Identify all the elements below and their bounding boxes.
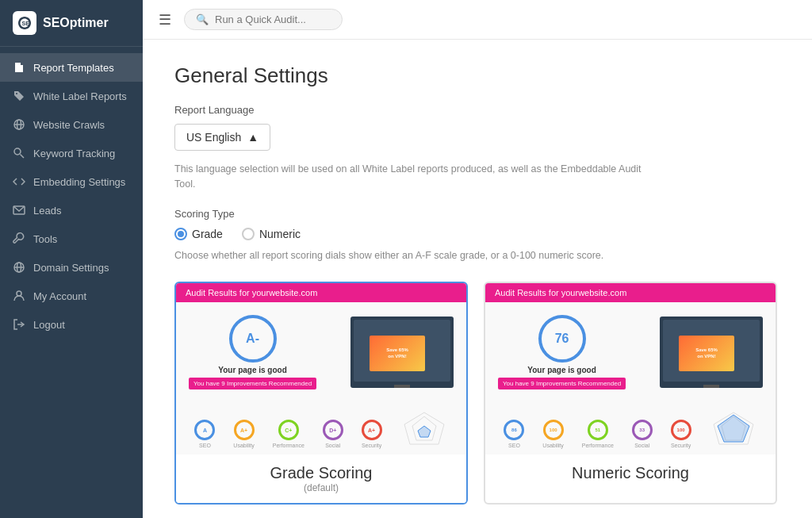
preview-row: Audit Results for yourwebsite.com A- You… [174,282,780,505]
grade-mock-screen-inner: Save 65%on VPN! [354,320,450,382]
numeric-usability-label: Usability [542,443,563,448]
numeric-sub-scores: 86 SEO 100 Usability 51 Performance 33 S… [485,402,776,455]
sidebar-label-tools: Tools [33,233,57,245]
search-icon: 🔍 [196,13,209,25]
svg-point-7 [14,148,21,155]
numeric-mock-stand [703,385,719,388]
search-kw-icon [13,147,25,159]
numeric-radio-option[interactable]: Numeric [242,228,301,240]
sidebar-item-keyword-tracking[interactable]: Keyword Tracking [0,139,143,167]
report-language-label: Report Language [174,104,780,116]
globe2-icon [13,261,25,274]
grade-mock-screen: Save 65%on VPN! [350,317,454,388]
grade-radio-circle [174,228,187,240]
sidebar-label-keyword-tracking: Keyword Tracking [33,148,115,159]
sidebar-item-white-label[interactable]: White Label Reports [0,82,143,110]
search-bar[interactable]: 🔍 [184,9,343,30]
numeric-seo-score: 86 SEO [504,420,524,448]
svg-rect-3 [17,70,20,71]
mail-icon [13,204,25,217]
file-icon [13,61,25,74]
grade-improvement-badge: You have 9 Improvements Recommended [189,378,316,389]
language-help-text: This language selection will be used on … [174,162,650,192]
topbar: ☰ 🔍 [143,0,812,40]
grade-security-score: A+ Security [362,420,382,448]
sidebar-item-leads[interactable]: Leads [0,196,143,224]
code-icon [13,175,25,188]
sidebar-item-report-templates[interactable]: Report Templates [0,53,143,82]
numeric-seo-label: SEO [508,443,520,448]
numeric-score-section: 76 Your page is good You have 9 Improvem… [498,315,626,389]
tag-icon [13,90,25,102]
scoring-help-text: Choose whether all report scoring dials … [174,248,650,263]
sidebar-item-domain-settings[interactable]: Domain Settings [0,253,143,282]
content-area: General Settings Report Language US Engl… [143,40,812,518]
numeric-radio-circle [242,228,255,240]
sidebar-item-my-account[interactable]: My Account [0,282,143,310]
grade-seo-label: SEO [199,443,211,448]
sidebar-item-tools[interactable]: Tools [0,224,143,253]
sidebar-label-my-account: My Account [33,290,86,302]
grade-usability-score: A+ Usability [233,420,254,448]
grade-usability-label: Usability [233,443,254,448]
svg-point-13 [17,291,21,296]
main-wrapper: ☰ 🔍 General Settings Report Language US … [143,0,812,518]
sidebar-item-website-crawls[interactable]: Website Crawls [0,110,143,139]
numeric-radar-chart [710,409,757,448]
grade-social-label: Social [325,443,340,448]
user-icon [13,290,25,302]
numeric-mock-ad-text: Save 65%on VPN! [695,347,718,360]
grade-mock-stand [394,385,410,388]
grade-caption-title: Grade Scoring [186,464,457,482]
search-input[interactable] [215,13,326,25]
sidebar-nav: Report Templates White Label Reports Web… [0,47,143,518]
globe-icon [13,118,25,131]
chevron-up-icon: ▲ [247,131,259,144]
grade-security-circle: A+ [362,420,382,440]
sidebar-item-logout[interactable]: Logout [0,310,143,339]
grade-social-score: D+ Social [323,420,343,448]
grade-radar-chart [400,409,448,448]
grade-big-circle: A- [229,315,277,363]
numeric-mock-screen-inner: Save 65%on VPN! [663,320,760,382]
numeric-card-body: 76 Your page is good You have 9 Improvem… [485,302,776,402]
svg-line-8 [21,155,25,159]
sidebar-label-leads: Leads [33,205,61,217]
sidebar-item-embedding[interactable]: Embedding Settings [0,167,143,196]
sidebar-label-website-crawls: Website Crawls [33,119,105,131]
grade-performance-score: C+ Performance [273,420,304,448]
grade-score-section: A- Your page is good You have 9 Improvem… [189,315,316,389]
hamburger-button[interactable]: ☰ [159,11,171,29]
numeric-security-score: 100 Security [671,420,691,448]
grade-seo-score: A SEO [194,420,215,448]
sidebar-label-white-label: White Label Reports [33,90,127,102]
numeric-social-circle: 33 [632,420,653,440]
numeric-performance-label: Performance [582,443,614,448]
grade-card-caption: Grade Scoring (default) [176,455,466,503]
numeric-performance-score: 51 Performance [582,420,614,448]
grade-performance-label: Performance [273,443,304,448]
numeric-usability-circle: 100 [543,420,564,440]
numeric-social-label: Social [634,443,649,448]
grade-seo-circle: A [194,420,215,440]
sidebar-label-report-templates: Report Templates [33,62,114,74]
numeric-usability-score: 100 Usability [542,420,563,448]
scoring-radio-group: Grade Numeric [174,228,780,240]
numeric-security-label: Security [671,443,691,448]
grade-usability-circle: A+ [234,420,255,440]
numeric-card-header: Audit Results for yourwebsite.com [485,283,776,302]
sidebar-label-logout: Logout [33,319,65,331]
numeric-improvement-badge: You have 9 Improvements Recommended [498,378,626,389]
grade-preview-card[interactable]: Audit Results for yourwebsite.com A- You… [174,282,468,505]
grade-security-label: Security [362,443,381,448]
language-dropdown[interactable]: US English ▲ [174,124,270,151]
page-title: General Settings [174,63,780,88]
grade-sub-scores: A SEO A+ Usability C+ Performance D+ Soc… [176,402,466,455]
grade-caption-sub: (default) [186,482,457,493]
numeric-preview-card[interactable]: Audit Results for yourwebsite.com 76 You… [484,282,777,505]
numeric-mock-ad: Save 65%on VPN! [679,336,734,371]
logo-icon: SE [13,11,36,35]
numeric-performance-circle: 51 [588,420,608,440]
grade-radio-option[interactable]: Grade [174,228,223,240]
sidebar-label-domain-settings: Domain Settings [33,262,109,274]
